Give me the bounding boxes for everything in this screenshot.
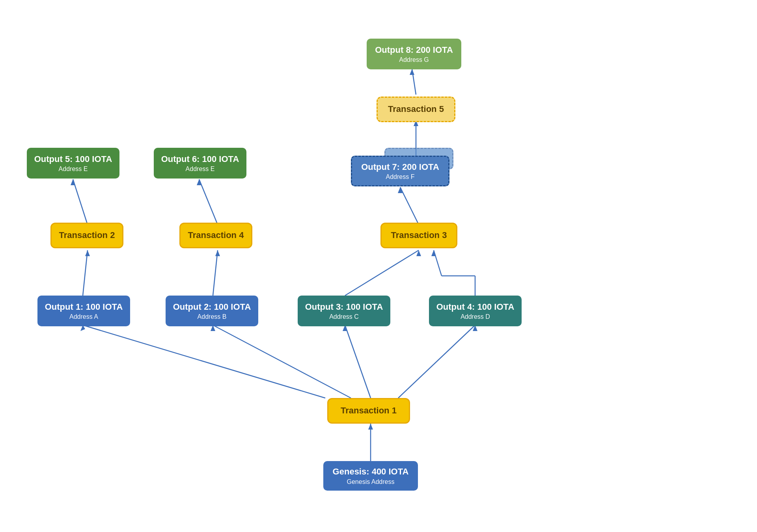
out4-node: Output 4: 100 IOTA Address D — [429, 296, 522, 326]
svg-line-8 — [398, 325, 475, 398]
svg-marker-23 — [431, 250, 436, 256]
out7-sublabel: Address F — [386, 173, 415, 180]
tx1-node: Transaction 1 — [327, 398, 410, 424]
tx2-node: Transaction 2 — [50, 223, 123, 248]
out8-sublabel: Address G — [399, 56, 429, 63]
out3-sublabel: Address C — [329, 313, 359, 320]
svg-line-22 — [434, 250, 442, 276]
svg-marker-11 — [85, 250, 90, 256]
out1-label: Output 1: 100 IOTA — [45, 301, 123, 313]
out7-label: Output 7: 200 IOTA — [361, 162, 439, 173]
svg-line-12 — [73, 179, 88, 225]
out2-node: Output 2: 100 IOTA Address B — [166, 296, 258, 326]
tx3-label: Transaction 3 — [391, 230, 447, 241]
out5-label: Output 5: 100 IOTA — [34, 154, 112, 165]
svg-line-14 — [213, 250, 218, 296]
out5-node: Output 5: 100 IOTA Address E — [27, 148, 119, 179]
out6-node: Output 6: 100 IOTA Address E — [154, 148, 246, 179]
out1-node: Output 1: 100 IOTA Address A — [37, 296, 130, 326]
svg-line-18 — [345, 250, 419, 296]
svg-marker-13 — [71, 179, 75, 185]
tx5-label: Transaction 5 — [388, 104, 444, 115]
out2-sublabel: Address B — [198, 313, 227, 320]
out4-sublabel: Address D — [461, 313, 490, 320]
out3-label: Output 3: 100 IOTA — [305, 301, 383, 313]
svg-line-4 — [213, 325, 351, 398]
tx2-label: Transaction 2 — [59, 230, 115, 241]
svg-marker-29 — [410, 69, 414, 75]
svg-marker-1 — [368, 424, 373, 430]
svg-line-10 — [83, 250, 88, 296]
svg-line-28 — [412, 69, 416, 95]
tx5-node: Transaction 5 — [377, 97, 455, 122]
tx4-label: Transaction 4 — [188, 230, 244, 241]
out5-sublabel: Address E — [59, 166, 88, 173]
genesis-sublabel: Genesis Address — [347, 478, 395, 485]
arrows-layer — [0, 0, 757, 532]
tx1-label: Transaction 1 — [341, 405, 397, 417]
svg-marker-15 — [215, 250, 220, 256]
genesis-node: Genesis: 400 IOTA Genesis Address — [323, 461, 418, 491]
out1-sublabel: Address A — [69, 313, 98, 320]
genesis-label: Genesis: 400 IOTA — [333, 466, 409, 478]
out6-label: Output 6: 100 IOTA — [161, 154, 239, 165]
svg-line-2 — [83, 325, 325, 398]
out8-node: Output 8: 200 IOTA Address G — [367, 39, 461, 69]
out7-node: Output 7: 200 IOTA Address F — [351, 156, 449, 186]
tx3-node: Transaction 3 — [380, 223, 457, 248]
out2-label: Output 2: 100 IOTA — [173, 301, 251, 313]
tx4-node: Transaction 4 — [179, 223, 252, 248]
svg-line-24 — [400, 187, 419, 225]
out6-sublabel: Address E — [186, 166, 215, 173]
svg-line-16 — [199, 179, 218, 225]
svg-marker-17 — [197, 179, 201, 185]
diagram: Genesis: 400 IOTA Genesis Address Transa… — [0, 0, 757, 532]
out8-label: Output 8: 200 IOTA — [375, 45, 453, 56]
svg-marker-19 — [416, 250, 421, 256]
out3-node: Output 3: 100 IOTA Address C — [298, 296, 390, 326]
svg-marker-25 — [398, 187, 403, 193]
out4-label: Output 4: 100 IOTA — [436, 301, 515, 313]
svg-line-6 — [345, 325, 371, 398]
